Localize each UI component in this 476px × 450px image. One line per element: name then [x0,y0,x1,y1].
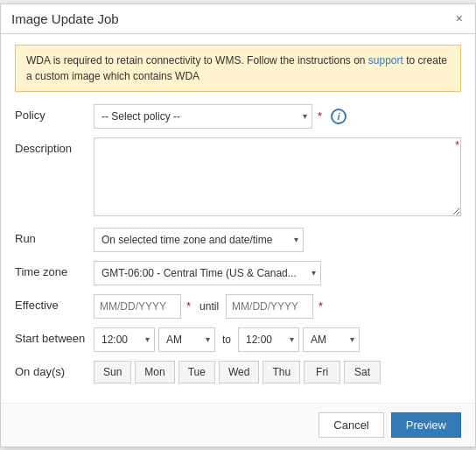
alert-support-link[interactable]: support [368,54,403,67]
until-date-input[interactable] [226,294,313,319]
timezone-row: Time zone GMT-06:00 - Central Time (US &… [15,261,461,285]
day-btn-thu[interactable]: Thu [262,361,300,383]
policy-required-star: * [318,109,322,123]
preview-button[interactable]: Preview [391,412,461,438]
timezone-control-wrap: GMT-06:00 - Central Time (US & Canad... … [94,261,461,285]
description-label: Description [15,137,94,155]
effective-row: Effective * until * [15,294,461,319]
time-end-select[interactable]: 12:00 [238,327,299,352]
time-end-select-wrap: 12:00 ▾ [238,327,299,352]
on-days-control-wrap: Sun Mon Tue Wed Thu Fri Sat [94,361,461,383]
run-label: Run [15,228,94,245]
dialog-title: Image Update Job [11,11,119,26]
ampm-start-select-wrap: AM ▾ [158,327,215,352]
image-update-job-dialog: Image Update Job × WDA is required to re… [0,4,476,447]
day-buttons-group: Sun Mon Tue Wed Thu Fri Sat [94,361,381,383]
dialog-footer: Cancel Preview [1,403,475,446]
on-days-row: On day(s) Sun Mon Tue Wed Thu Fri Sat [15,361,461,383]
policy-select-wrap: -- Select policy -- ▾ [94,104,312,129]
description-textarea-wrap: * [94,137,461,219]
description-row: Description * [15,137,461,219]
dialog-body: WDA is required to retain connectivity t… [1,34,475,403]
alert-text-before: WDA is required to retain connectivity t… [26,54,368,67]
description-textarea[interactable] [94,137,461,216]
timezone-select-wrap: GMT-06:00 - Central Time (US & Canad... … [94,261,321,285]
start-between-label: Start between [15,327,94,345]
policy-info-icon[interactable]: i [331,109,346,124]
effective-label: Effective [15,294,94,312]
day-btn-wed[interactable]: Wed [219,361,259,383]
run-row: Run On selected time zone and date/time … [15,228,461,252]
run-control-wrap: On selected time zone and date/time ▾ [94,228,461,252]
effective-control-wrap: * until * [94,294,461,319]
timezone-label: Time zone [15,261,94,278]
day-btn-mon[interactable]: Mon [135,361,174,383]
run-select-wrap: On selected time zone and date/time ▾ [94,228,304,252]
day-btn-sun[interactable]: Sun [94,361,131,383]
run-select[interactable]: On selected time zone and date/time [94,228,304,252]
start-between-row: Start between 12:00 ▾ AM ▾ to [15,327,461,352]
policy-control-wrap: -- Select policy -- ▾ * i [94,104,461,129]
effective-required-star: * [186,299,191,313]
until-required-star: * [318,299,323,313]
time-start-select-wrap: 12:00 ▾ [94,327,155,352]
ampm-end-select-wrap: AM ▾ [303,327,360,352]
cancel-button[interactable]: Cancel [318,412,383,438]
timezone-select[interactable]: GMT-06:00 - Central Time (US & Canad... [94,261,321,285]
alert-box: WDA is required to retain connectivity t… [15,45,461,92]
dialog-title-bar: Image Update Job × [1,4,475,34]
time-start-select[interactable]: 12:00 [94,327,155,352]
close-button[interactable]: × [454,11,465,25]
ampm-start-select[interactable]: AM [158,327,215,352]
day-btn-tue[interactable]: Tue [178,361,215,383]
effective-date-input[interactable] [94,294,181,319]
policy-select[interactable]: -- Select policy -- [94,104,312,129]
on-days-label: On day(s) [15,361,94,378]
start-between-control-wrap: 12:00 ▾ AM ▾ to 12:00 ▾ [94,327,461,352]
until-label: until [200,300,219,313]
day-btn-fri[interactable]: Fri [304,361,340,383]
policy-row: Policy -- Select policy -- ▾ * i [15,104,461,129]
policy-label: Policy [15,104,94,122]
day-btn-sat[interactable]: Sat [344,361,381,383]
to-label: to [222,334,231,346]
ampm-end-select[interactable]: AM [303,327,360,352]
description-required-star: * [455,139,459,151]
